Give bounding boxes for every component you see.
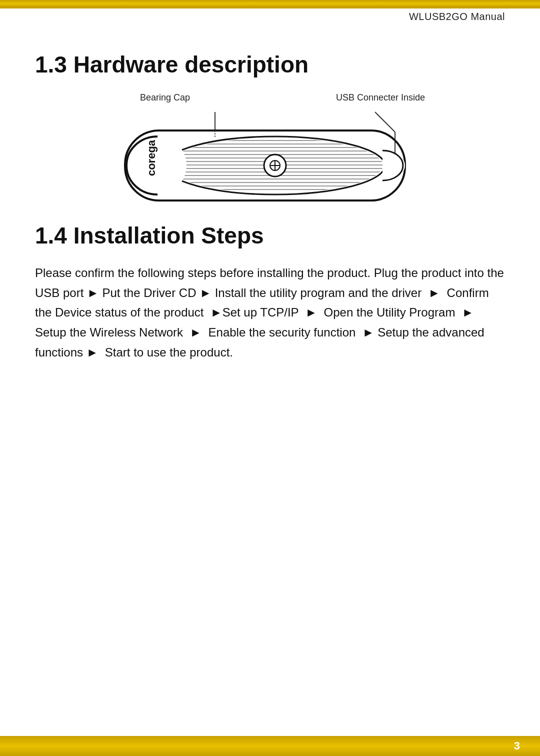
bottom-bar: 3 (0, 736, 540, 756)
device-illustration: corega (110, 103, 430, 213)
hardware-diagram: Bearing Cap USB Connecter Inside (35, 92, 505, 213)
arrow-2: ► (200, 286, 212, 300)
arrow-4: ► (210, 306, 222, 319)
installation-paragraph: Please confirm the following steps befor… (35, 263, 505, 362)
svg-text:corega: corega (145, 140, 158, 176)
page-number: 3 (514, 740, 520, 752)
diagram-labels: Bearing Cap USB Connecter Inside (110, 92, 430, 103)
arrow-5: ► (306, 306, 318, 319)
arrow-3: ► (428, 286, 440, 300)
hardware-heading: 1.3 Hardware description (35, 52, 505, 78)
arrow-9: ► (86, 346, 98, 359)
installation-heading: 1.4 Installation Steps (35, 223, 505, 248)
top-bar (0, 0, 540, 7)
main-content: 1.3 Hardware description Bearing Cap USB… (0, 7, 540, 736)
arrow-1: ► (87, 286, 99, 300)
usb-connector-label: USB Connecter Inside (336, 92, 425, 103)
arrow-8: ► (362, 326, 374, 339)
arrow-6: ► (462, 306, 474, 319)
arrow-7: ► (190, 326, 202, 339)
svg-line-1 (375, 112, 395, 132)
bearing-cap-label: Bearing Cap (140, 92, 190, 103)
